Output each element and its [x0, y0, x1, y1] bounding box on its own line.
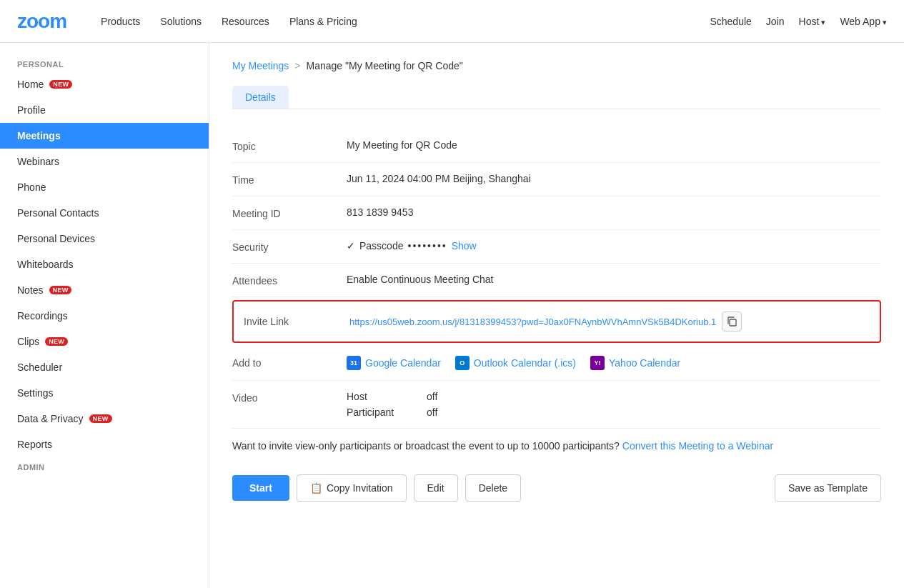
add-to-label: Add to: [232, 356, 347, 369]
nav-join[interactable]: Join: [766, 16, 785, 27]
video-value: Host off Participant off: [347, 391, 881, 418]
sidebar-badge-notes: NEW: [49, 286, 72, 294]
convert-to-webinar-link[interactable]: Convert this Meeting to a Webinar: [622, 440, 773, 452]
breadcrumb-parent[interactable]: My Meetings: [232, 60, 289, 71]
copy-invite-link-button[interactable]: [722, 312, 742, 332]
google-calendar-link[interactable]: 31 Google Calendar: [347, 356, 441, 370]
nav-products[interactable]: Products: [101, 16, 140, 27]
show-passcode-link[interactable]: Show: [452, 240, 477, 251]
sidebar-item-label: Reports: [17, 439, 52, 450]
sidebar-item-settings[interactable]: Settings: [0, 380, 209, 406]
outlook-calendar-icon: O: [455, 356, 470, 370]
nav-plans-pricing[interactable]: Plans & Pricing: [289, 16, 357, 27]
sidebar-item-whiteboards[interactable]: Whiteboards: [0, 251, 209, 277]
passcode-dots: ••••••••: [407, 240, 447, 251]
topic-row: Topic My Meeting for QR Code: [232, 129, 881, 163]
passcode-label: Passcode: [359, 240, 403, 251]
tab-details[interactable]: Details: [232, 86, 289, 109]
details-tabs: Details: [232, 86, 881, 109]
attendees-value: Enable Continuous Meeting Chat: [347, 274, 881, 285]
sidebar-item-profile[interactable]: Profile: [0, 97, 209, 123]
svg-rect-0: [730, 319, 736, 326]
yahoo-calendar-link[interactable]: Y! Yahoo Calendar: [590, 356, 680, 370]
delete-button[interactable]: Delete: [465, 474, 521, 502]
security-value: ✓ Passcode •••••••• Show: [347, 240, 881, 251]
sidebar-item-label: Recordings: [17, 310, 68, 322]
host-video-status: off: [427, 391, 437, 402]
security-row: Security ✓ Passcode •••••••• Show: [232, 230, 881, 264]
sidebar-item-webinars[interactable]: Webinars: [0, 149, 209, 174]
sidebar-item-scheduler[interactable]: Scheduler: [0, 354, 209, 380]
sidebar-item-label: Settings: [17, 387, 54, 399]
nav-links: Products Solutions Resources Plans & Pri…: [101, 16, 687, 27]
host-label: Host: [347, 391, 404, 402]
time-row: Time Jun 11, 2024 04:00 PM Beijing, Shan…: [232, 163, 881, 196]
webinar-cta-text: Want to invite view-only participants or…: [232, 440, 620, 452]
yahoo-calendar-icon: Y!: [590, 356, 605, 370]
meeting-id-label: Meeting ID: [232, 206, 347, 219]
nav-solutions[interactable]: Solutions: [160, 16, 202, 27]
participant-video-row: Participant off: [347, 407, 881, 418]
sidebar-item-label: Profile: [17, 104, 46, 116]
top-navigation: zoom Products Solutions Resources Plans …: [0, 0, 904, 43]
sidebar-item-notes[interactable]: Notes NEW: [0, 277, 209, 303]
main-content: My Meetings > Manage "My Meeting for QR …: [209, 43, 904, 588]
sidebar-personal-section: PERSONAL: [0, 54, 209, 71]
sidebar-admin-section: ADMIN: [0, 457, 209, 474]
sidebar-item-recordings[interactable]: Recordings: [0, 303, 209, 329]
breadcrumb-current: Manage "My Meeting for QR Code": [307, 60, 463, 71]
participant-label: Participant: [347, 407, 404, 418]
nav-host[interactable]: Host: [799, 16, 826, 27]
sidebar-item-label: Meetings: [17, 130, 61, 141]
nav-web-app[interactable]: Web App: [840, 16, 887, 27]
google-calendar-label: Google Calendar: [365, 357, 441, 369]
outlook-calendar-link[interactable]: O Outlook Calendar (.ics): [455, 356, 576, 370]
google-calendar-icon: 31: [347, 356, 361, 370]
sidebar-item-label: Scheduler: [17, 362, 62, 373]
zoom-logo[interactable]: zoom: [17, 10, 66, 33]
sidebar-item-clips[interactable]: Clips NEW: [0, 329, 209, 354]
sidebar-item-label: Webinars: [17, 156, 59, 167]
attendees-row: Attendees Enable Continuous Meeting Chat: [232, 264, 881, 297]
add-to-row: Add to 31 Google Calendar O Outlook Cale…: [232, 346, 881, 381]
edit-button[interactable]: Edit: [414, 474, 458, 502]
invite-url[interactable]: https://us05web.zoom.us/j/81318399453?pw…: [349, 317, 716, 327]
sidebar-item-label: Phone: [17, 181, 46, 193]
breadcrumb: My Meetings > Manage "My Meeting for QR …: [232, 60, 881, 71]
participant-video-status: off: [427, 407, 437, 418]
save-as-template-button[interactable]: Save as Template: [775, 474, 881, 502]
calendar-links: 31 Google Calendar O Outlook Calendar (.…: [347, 356, 881, 370]
sidebar-item-meetings[interactable]: Meetings: [0, 123, 209, 149]
add-to-value: 31 Google Calendar O Outlook Calendar (.…: [347, 356, 881, 370]
sidebar-item-label: Notes: [17, 284, 44, 296]
meeting-id-value: 813 1839 9453: [347, 206, 881, 218]
time-value: Jun 11, 2024 04:00 PM Beijing, Shanghai: [347, 173, 881, 184]
action-buttons: Start 📋 Copy Invitation Edit Delete Save…: [232, 463, 881, 513]
attendees-label: Attendees: [232, 274, 347, 286]
topic-value: My Meeting for QR Code: [347, 139, 881, 151]
sidebar: PERSONAL Home NEW Profile Meetings Webin…: [0, 43, 209, 588]
invite-link-row: Invite Link https://us05web.zoom.us/j/81…: [232, 300, 881, 343]
invite-link-value: https://us05web.zoom.us/j/81318399453?pw…: [349, 312, 870, 332]
sidebar-item-reports[interactable]: Reports: [0, 432, 209, 457]
time-label: Time: [232, 173, 347, 186]
copy-icon: 📋: [310, 482, 322, 494]
security-checkmark: ✓: [347, 240, 355, 251]
sidebar-badge-home: NEW: [49, 80, 72, 89]
sidebar-item-label: Home: [17, 79, 44, 90]
video-label: Video: [232, 391, 347, 404]
nav-resources[interactable]: Resources: [222, 16, 269, 27]
sidebar-item-personal-contacts[interactable]: Personal Contacts: [0, 200, 209, 226]
sidebar-item-phone[interactable]: Phone: [0, 174, 209, 200]
nav-schedule[interactable]: Schedule: [710, 16, 751, 27]
copy-invitation-label: Copy Invitation: [327, 482, 393, 494]
page-layout: PERSONAL Home NEW Profile Meetings Webin…: [0, 43, 904, 588]
copy-invitation-button[interactable]: 📋 Copy Invitation: [297, 474, 407, 502]
meeting-id-row: Meeting ID 813 1839 9453: [232, 196, 881, 230]
start-button[interactable]: Start: [232, 475, 289, 501]
sidebar-item-label: Data & Privacy: [17, 413, 84, 424]
sidebar-item-personal-devices[interactable]: Personal Devices: [0, 226, 209, 251]
topic-label: Topic: [232, 139, 347, 152]
sidebar-item-home[interactable]: Home NEW: [0, 71, 209, 97]
sidebar-item-data-privacy[interactable]: Data & Privacy NEW: [0, 406, 209, 432]
